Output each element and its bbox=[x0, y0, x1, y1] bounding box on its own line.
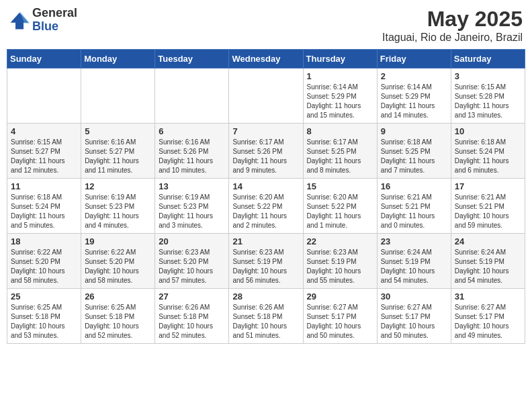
logo-general-text: General bbox=[32, 7, 77, 20]
day-number: 8 bbox=[307, 126, 373, 136]
weekday-header-tuesday: Tuesday bbox=[155, 50, 229, 68]
day-number: 2 bbox=[381, 71, 447, 81]
day-number: 6 bbox=[159, 126, 225, 136]
calendar-week-row: 4Sunrise: 6:15 AM Sunset: 5:27 PM Daylig… bbox=[7, 124, 525, 179]
calendar-cell bbox=[155, 68, 229, 124]
title-block: May 2025 Itaguai, Rio de Janeiro, Brazil bbox=[382, 7, 523, 44]
day-info: Sunrise: 6:24 AM Sunset: 5:19 PM Dayligh… bbox=[455, 248, 521, 285]
calendar-cell: 14Sunrise: 6:20 AM Sunset: 5:22 PM Dayli… bbox=[229, 179, 303, 234]
calendar-cell: 21Sunrise: 6:23 AM Sunset: 5:19 PM Dayli… bbox=[229, 234, 303, 289]
calendar-cell: 27Sunrise: 6:26 AM Sunset: 5:18 PM Dayli… bbox=[155, 289, 229, 344]
calendar-cell: 6Sunrise: 6:16 AM Sunset: 5:26 PM Daylig… bbox=[155, 124, 229, 179]
day-info: Sunrise: 6:18 AM Sunset: 5:24 PM Dayligh… bbox=[455, 138, 521, 175]
day-info: Sunrise: 6:16 AM Sunset: 5:27 PM Dayligh… bbox=[85, 138, 151, 175]
day-info: Sunrise: 6:14 AM Sunset: 5:29 PM Dayligh… bbox=[307, 83, 373, 120]
day-info: Sunrise: 6:20 AM Sunset: 5:22 PM Dayligh… bbox=[307, 193, 373, 230]
day-number: 25 bbox=[11, 291, 77, 302]
calendar-cell: 4Sunrise: 6:15 AM Sunset: 5:27 PM Daylig… bbox=[7, 124, 81, 179]
day-info: Sunrise: 6:16 AM Sunset: 5:26 PM Dayligh… bbox=[159, 138, 225, 175]
day-number: 24 bbox=[455, 236, 521, 246]
calendar-header-row: SundayMondayTuesdayWednesdayThursdayFrid… bbox=[7, 50, 525, 68]
calendar-week-row: 18Sunrise: 6:22 AM Sunset: 5:20 PM Dayli… bbox=[7, 234, 525, 289]
calendar-cell: 19Sunrise: 6:22 AM Sunset: 5:20 PM Dayli… bbox=[81, 234, 155, 289]
day-info: Sunrise: 6:19 AM Sunset: 5:23 PM Dayligh… bbox=[159, 193, 225, 230]
day-number: 27 bbox=[159, 291, 225, 302]
day-number: 7 bbox=[232, 126, 299, 136]
calendar-week-row: 11Sunrise: 6:18 AM Sunset: 5:24 PM Dayli… bbox=[7, 179, 525, 234]
day-number: 4 bbox=[11, 126, 77, 136]
day-info: Sunrise: 6:17 AM Sunset: 5:25 PM Dayligh… bbox=[307, 138, 373, 175]
calendar-cell: 29Sunrise: 6:27 AM Sunset: 5:17 PM Dayli… bbox=[303, 289, 377, 344]
day-info: Sunrise: 6:27 AM Sunset: 5:17 PM Dayligh… bbox=[455, 303, 521, 340]
day-info: Sunrise: 6:26 AM Sunset: 5:18 PM Dayligh… bbox=[159, 303, 225, 340]
calendar-cell: 12Sunrise: 6:19 AM Sunset: 5:23 PM Dayli… bbox=[81, 179, 155, 234]
calendar-cell: 11Sunrise: 6:18 AM Sunset: 5:24 PM Dayli… bbox=[7, 179, 81, 234]
day-info: Sunrise: 6:25 AM Sunset: 5:18 PM Dayligh… bbox=[85, 303, 151, 340]
calendar-cell: 8Sunrise: 6:17 AM Sunset: 5:25 PM Daylig… bbox=[303, 124, 377, 179]
calendar-cell: 7Sunrise: 6:17 AM Sunset: 5:26 PM Daylig… bbox=[229, 124, 303, 179]
weekday-header-sunday: Sunday bbox=[7, 50, 81, 68]
day-number: 12 bbox=[85, 181, 151, 191]
day-info: Sunrise: 6:21 AM Sunset: 5:21 PM Dayligh… bbox=[455, 193, 521, 230]
page-header: General Blue May 2025 Itaguai, Rio de Ja… bbox=[7, 7, 525, 44]
calendar-cell: 25Sunrise: 6:25 AM Sunset: 5:18 PM Dayli… bbox=[7, 289, 81, 344]
weekday-header-wednesday: Wednesday bbox=[229, 50, 303, 68]
calendar-cell: 23Sunrise: 6:24 AM Sunset: 5:19 PM Dayli… bbox=[377, 234, 451, 289]
day-info: Sunrise: 6:27 AM Sunset: 5:17 PM Dayligh… bbox=[381, 303, 447, 340]
day-number: 10 bbox=[455, 126, 521, 136]
day-info: Sunrise: 6:14 AM Sunset: 5:29 PM Dayligh… bbox=[381, 83, 447, 120]
logo-icon bbox=[9, 10, 30, 30]
day-number: 28 bbox=[232, 291, 299, 302]
day-number: 11 bbox=[11, 181, 77, 191]
day-number: 23 bbox=[381, 236, 447, 246]
day-number: 21 bbox=[232, 236, 299, 246]
day-number: 5 bbox=[85, 126, 151, 136]
day-info: Sunrise: 6:20 AM Sunset: 5:22 PM Dayligh… bbox=[232, 193, 299, 230]
calendar-cell: 22Sunrise: 6:23 AM Sunset: 5:19 PM Dayli… bbox=[303, 234, 377, 289]
calendar-cell: 13Sunrise: 6:19 AM Sunset: 5:23 PM Dayli… bbox=[155, 179, 229, 234]
day-info: Sunrise: 6:24 AM Sunset: 5:19 PM Dayligh… bbox=[381, 248, 447, 285]
weekday-header-monday: Monday bbox=[81, 50, 155, 68]
day-info: Sunrise: 6:21 AM Sunset: 5:21 PM Dayligh… bbox=[381, 193, 447, 230]
calendar-cell: 16Sunrise: 6:21 AM Sunset: 5:21 PM Dayli… bbox=[377, 179, 451, 234]
calendar-cell: 2Sunrise: 6:14 AM Sunset: 5:29 PM Daylig… bbox=[377, 68, 451, 124]
day-number: 15 bbox=[307, 181, 373, 191]
weekday-header-saturday: Saturday bbox=[451, 50, 525, 68]
calendar-cell: 10Sunrise: 6:18 AM Sunset: 5:24 PM Dayli… bbox=[451, 124, 525, 179]
day-info: Sunrise: 6:22 AM Sunset: 5:20 PM Dayligh… bbox=[85, 248, 151, 285]
day-info: Sunrise: 6:15 AM Sunset: 5:28 PM Dayligh… bbox=[455, 83, 521, 120]
calendar-cell: 15Sunrise: 6:20 AM Sunset: 5:22 PM Dayli… bbox=[303, 179, 377, 234]
day-number: 29 bbox=[307, 291, 373, 302]
day-info: Sunrise: 6:22 AM Sunset: 5:20 PM Dayligh… bbox=[11, 248, 77, 285]
calendar-cell: 18Sunrise: 6:22 AM Sunset: 5:20 PM Dayli… bbox=[7, 234, 81, 289]
weekday-header-friday: Friday bbox=[377, 50, 451, 68]
day-info: Sunrise: 6:18 AM Sunset: 5:25 PM Dayligh… bbox=[381, 138, 447, 175]
day-number: 31 bbox=[455, 291, 521, 302]
calendar-week-row: 1Sunrise: 6:14 AM Sunset: 5:29 PM Daylig… bbox=[7, 68, 525, 124]
calendar-cell: 3Sunrise: 6:15 AM Sunset: 5:28 PM Daylig… bbox=[451, 68, 525, 124]
day-number: 14 bbox=[232, 181, 299, 191]
day-info: Sunrise: 6:15 AM Sunset: 5:27 PM Dayligh… bbox=[11, 138, 77, 175]
day-number: 17 bbox=[455, 181, 521, 191]
day-number: 3 bbox=[455, 71, 521, 81]
day-number: 30 bbox=[381, 291, 447, 302]
day-info: Sunrise: 6:27 AM Sunset: 5:17 PM Dayligh… bbox=[307, 303, 373, 340]
day-number: 26 bbox=[85, 291, 151, 302]
day-info: Sunrise: 6:23 AM Sunset: 5:20 PM Dayligh… bbox=[159, 248, 225, 285]
day-info: Sunrise: 6:26 AM Sunset: 5:18 PM Dayligh… bbox=[232, 303, 299, 340]
calendar-cell: 1Sunrise: 6:14 AM Sunset: 5:29 PM Daylig… bbox=[303, 68, 377, 124]
day-info: Sunrise: 6:19 AM Sunset: 5:23 PM Dayligh… bbox=[85, 193, 151, 230]
logo: General Blue bbox=[9, 7, 77, 34]
day-info: Sunrise: 6:23 AM Sunset: 5:19 PM Dayligh… bbox=[307, 248, 373, 285]
calendar-cell: 26Sunrise: 6:25 AM Sunset: 5:18 PM Dayli… bbox=[81, 289, 155, 344]
calendar-table: SundayMondayTuesdayWednesdayThursdayFrid… bbox=[7, 49, 525, 344]
month-year-title: May 2025 bbox=[382, 7, 523, 32]
day-number: 19 bbox=[85, 236, 151, 246]
logo-blue-text: Blue bbox=[32, 20, 77, 34]
calendar-cell: 28Sunrise: 6:26 AM Sunset: 5:18 PM Dayli… bbox=[229, 289, 303, 344]
calendar-cell: 31Sunrise: 6:27 AM Sunset: 5:17 PM Dayli… bbox=[451, 289, 525, 344]
location-subtitle: Itaguai, Rio de Janeiro, Brazil bbox=[382, 32, 523, 44]
day-info: Sunrise: 6:25 AM Sunset: 5:18 PM Dayligh… bbox=[11, 303, 77, 340]
day-number: 22 bbox=[307, 236, 373, 246]
day-number: 9 bbox=[381, 126, 447, 136]
